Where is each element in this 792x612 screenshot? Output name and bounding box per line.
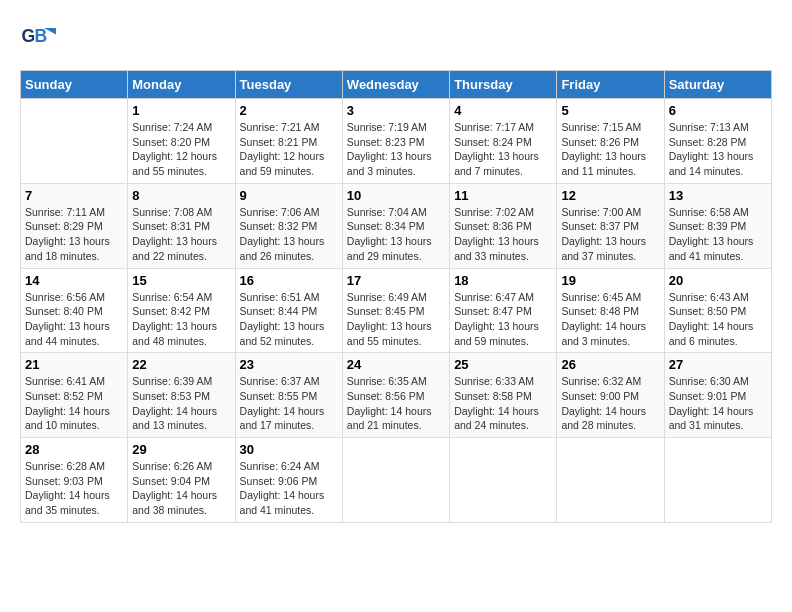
day-number: 14 bbox=[25, 273, 123, 288]
day-number: 4 bbox=[454, 103, 552, 118]
weekday-header-row: SundayMondayTuesdayWednesdayThursdayFrid… bbox=[21, 71, 772, 99]
cell-info: Sunrise: 6:39 AM Sunset: 8:53 PM Dayligh… bbox=[132, 374, 230, 433]
cell-info: Sunrise: 6:41 AM Sunset: 8:52 PM Dayligh… bbox=[25, 374, 123, 433]
weekday-header-thursday: Thursday bbox=[450, 71, 557, 99]
calendar-cell: 25Sunrise: 6:33 AM Sunset: 8:58 PM Dayli… bbox=[450, 353, 557, 438]
cell-info: Sunrise: 6:24 AM Sunset: 9:06 PM Dayligh… bbox=[240, 459, 338, 518]
calendar-cell: 1Sunrise: 7:24 AM Sunset: 8:20 PM Daylig… bbox=[128, 99, 235, 184]
cell-info: Sunrise: 7:06 AM Sunset: 8:32 PM Dayligh… bbox=[240, 205, 338, 264]
day-number: 19 bbox=[561, 273, 659, 288]
calendar-cell: 2Sunrise: 7:21 AM Sunset: 8:21 PM Daylig… bbox=[235, 99, 342, 184]
calendar-cell: 18Sunrise: 6:47 AM Sunset: 8:47 PM Dayli… bbox=[450, 268, 557, 353]
calendar-cell bbox=[21, 99, 128, 184]
day-number: 22 bbox=[132, 357, 230, 372]
cell-info: Sunrise: 7:19 AM Sunset: 8:23 PM Dayligh… bbox=[347, 120, 445, 179]
day-number: 17 bbox=[347, 273, 445, 288]
calendar-week-row: 21Sunrise: 6:41 AM Sunset: 8:52 PM Dayli… bbox=[21, 353, 772, 438]
cell-info: Sunrise: 7:08 AM Sunset: 8:31 PM Dayligh… bbox=[132, 205, 230, 264]
calendar-cell: 21Sunrise: 6:41 AM Sunset: 8:52 PM Dayli… bbox=[21, 353, 128, 438]
calendar-cell: 3Sunrise: 7:19 AM Sunset: 8:23 PM Daylig… bbox=[342, 99, 449, 184]
cell-info: Sunrise: 6:37 AM Sunset: 8:55 PM Dayligh… bbox=[240, 374, 338, 433]
calendar-cell: 29Sunrise: 6:26 AM Sunset: 9:04 PM Dayli… bbox=[128, 438, 235, 523]
svg-text:B: B bbox=[34, 26, 47, 46]
cell-info: Sunrise: 6:54 AM Sunset: 8:42 PM Dayligh… bbox=[132, 290, 230, 349]
cell-info: Sunrise: 6:56 AM Sunset: 8:40 PM Dayligh… bbox=[25, 290, 123, 349]
weekday-header-friday: Friday bbox=[557, 71, 664, 99]
cell-info: Sunrise: 6:47 AM Sunset: 8:47 PM Dayligh… bbox=[454, 290, 552, 349]
calendar-week-row: 28Sunrise: 6:28 AM Sunset: 9:03 PM Dayli… bbox=[21, 438, 772, 523]
day-number: 9 bbox=[240, 188, 338, 203]
day-number: 24 bbox=[347, 357, 445, 372]
calendar-cell: 27Sunrise: 6:30 AM Sunset: 9:01 PM Dayli… bbox=[664, 353, 771, 438]
day-number: 26 bbox=[561, 357, 659, 372]
cell-info: Sunrise: 6:43 AM Sunset: 8:50 PM Dayligh… bbox=[669, 290, 767, 349]
calendar-cell bbox=[450, 438, 557, 523]
calendar-cell: 10Sunrise: 7:04 AM Sunset: 8:34 PM Dayli… bbox=[342, 183, 449, 268]
calendar-week-row: 14Sunrise: 6:56 AM Sunset: 8:40 PM Dayli… bbox=[21, 268, 772, 353]
cell-info: Sunrise: 6:33 AM Sunset: 8:58 PM Dayligh… bbox=[454, 374, 552, 433]
cell-info: Sunrise: 7:02 AM Sunset: 8:36 PM Dayligh… bbox=[454, 205, 552, 264]
calendar-cell bbox=[342, 438, 449, 523]
day-number: 27 bbox=[669, 357, 767, 372]
day-number: 25 bbox=[454, 357, 552, 372]
day-number: 21 bbox=[25, 357, 123, 372]
calendar-cell: 9Sunrise: 7:06 AM Sunset: 8:32 PM Daylig… bbox=[235, 183, 342, 268]
calendar-cell: 13Sunrise: 6:58 AM Sunset: 8:39 PM Dayli… bbox=[664, 183, 771, 268]
logo: G B bbox=[20, 20, 64, 60]
calendar-body: 1Sunrise: 7:24 AM Sunset: 8:20 PM Daylig… bbox=[21, 99, 772, 523]
weekday-header-wednesday: Wednesday bbox=[342, 71, 449, 99]
day-number: 29 bbox=[132, 442, 230, 457]
day-number: 8 bbox=[132, 188, 230, 203]
day-number: 11 bbox=[454, 188, 552, 203]
weekday-header-monday: Monday bbox=[128, 71, 235, 99]
logo-icon: G B bbox=[20, 20, 60, 60]
day-number: 16 bbox=[240, 273, 338, 288]
day-number: 10 bbox=[347, 188, 445, 203]
cell-info: Sunrise: 6:58 AM Sunset: 8:39 PM Dayligh… bbox=[669, 205, 767, 264]
cell-info: Sunrise: 6:26 AM Sunset: 9:04 PM Dayligh… bbox=[132, 459, 230, 518]
calendar-cell: 4Sunrise: 7:17 AM Sunset: 8:24 PM Daylig… bbox=[450, 99, 557, 184]
calendar-cell: 11Sunrise: 7:02 AM Sunset: 8:36 PM Dayli… bbox=[450, 183, 557, 268]
page-header: G B bbox=[20, 20, 772, 60]
day-number: 3 bbox=[347, 103, 445, 118]
calendar-header: SundayMondayTuesdayWednesdayThursdayFrid… bbox=[21, 71, 772, 99]
calendar-cell: 30Sunrise: 6:24 AM Sunset: 9:06 PM Dayli… bbox=[235, 438, 342, 523]
cell-info: Sunrise: 6:51 AM Sunset: 8:44 PM Dayligh… bbox=[240, 290, 338, 349]
weekday-header-tuesday: Tuesday bbox=[235, 71, 342, 99]
day-number: 28 bbox=[25, 442, 123, 457]
calendar-cell: 28Sunrise: 6:28 AM Sunset: 9:03 PM Dayli… bbox=[21, 438, 128, 523]
cell-info: Sunrise: 7:17 AM Sunset: 8:24 PM Dayligh… bbox=[454, 120, 552, 179]
day-number: 23 bbox=[240, 357, 338, 372]
calendar-cell: 5Sunrise: 7:15 AM Sunset: 8:26 PM Daylig… bbox=[557, 99, 664, 184]
calendar-cell: 15Sunrise: 6:54 AM Sunset: 8:42 PM Dayli… bbox=[128, 268, 235, 353]
calendar-cell: 26Sunrise: 6:32 AM Sunset: 9:00 PM Dayli… bbox=[557, 353, 664, 438]
calendar-cell: 22Sunrise: 6:39 AM Sunset: 8:53 PM Dayli… bbox=[128, 353, 235, 438]
svg-text:G: G bbox=[22, 26, 36, 46]
day-number: 30 bbox=[240, 442, 338, 457]
calendar-cell bbox=[557, 438, 664, 523]
day-number: 1 bbox=[132, 103, 230, 118]
cell-info: Sunrise: 6:28 AM Sunset: 9:03 PM Dayligh… bbox=[25, 459, 123, 518]
cell-info: Sunrise: 7:21 AM Sunset: 8:21 PM Dayligh… bbox=[240, 120, 338, 179]
calendar-cell: 16Sunrise: 6:51 AM Sunset: 8:44 PM Dayli… bbox=[235, 268, 342, 353]
day-number: 20 bbox=[669, 273, 767, 288]
calendar-cell bbox=[664, 438, 771, 523]
calendar-cell: 20Sunrise: 6:43 AM Sunset: 8:50 PM Dayli… bbox=[664, 268, 771, 353]
day-number: 2 bbox=[240, 103, 338, 118]
cell-info: Sunrise: 7:11 AM Sunset: 8:29 PM Dayligh… bbox=[25, 205, 123, 264]
cell-info: Sunrise: 7:24 AM Sunset: 8:20 PM Dayligh… bbox=[132, 120, 230, 179]
calendar-week-row: 7Sunrise: 7:11 AM Sunset: 8:29 PM Daylig… bbox=[21, 183, 772, 268]
cell-info: Sunrise: 6:35 AM Sunset: 8:56 PM Dayligh… bbox=[347, 374, 445, 433]
day-number: 15 bbox=[132, 273, 230, 288]
calendar-cell: 8Sunrise: 7:08 AM Sunset: 8:31 PM Daylig… bbox=[128, 183, 235, 268]
weekday-header-sunday: Sunday bbox=[21, 71, 128, 99]
cell-info: Sunrise: 6:30 AM Sunset: 9:01 PM Dayligh… bbox=[669, 374, 767, 433]
cell-info: Sunrise: 6:32 AM Sunset: 9:00 PM Dayligh… bbox=[561, 374, 659, 433]
calendar-cell: 17Sunrise: 6:49 AM Sunset: 8:45 PM Dayli… bbox=[342, 268, 449, 353]
calendar-cell: 19Sunrise: 6:45 AM Sunset: 8:48 PM Dayli… bbox=[557, 268, 664, 353]
day-number: 5 bbox=[561, 103, 659, 118]
calendar-cell: 23Sunrise: 6:37 AM Sunset: 8:55 PM Dayli… bbox=[235, 353, 342, 438]
cell-info: Sunrise: 7:13 AM Sunset: 8:28 PM Dayligh… bbox=[669, 120, 767, 179]
calendar-cell: 7Sunrise: 7:11 AM Sunset: 8:29 PM Daylig… bbox=[21, 183, 128, 268]
day-number: 12 bbox=[561, 188, 659, 203]
